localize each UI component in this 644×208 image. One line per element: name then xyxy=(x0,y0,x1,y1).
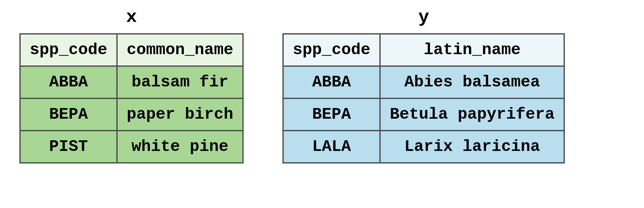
table-y-block: y spp_code latin_name ABBA Abies balsame… xyxy=(282,6,565,163)
table-row: ABBA Abies balsamea xyxy=(283,66,564,98)
table-y-header-spp-code: spp_code xyxy=(283,34,380,66)
table-y-cell-latin-name: Betula papyrifera xyxy=(380,98,564,131)
table-y-cell-spp-code: BEPA xyxy=(283,98,380,131)
table-x-cell-common-name: paper birch xyxy=(117,98,243,131)
table-x-block: x spp_code common_name ABBA balsam fir B… xyxy=(19,6,244,163)
table-y-header-latin-name: latin_name xyxy=(380,34,564,66)
table-row: ABBA balsam fir xyxy=(20,66,243,98)
table-row: BEPA Betula papyrifera xyxy=(283,98,564,131)
table-y-cell-spp-code: LALA xyxy=(283,131,380,163)
table-y-header-row: spp_code latin_name xyxy=(283,34,564,66)
table-x-title: x xyxy=(126,6,137,28)
table-row: PIST white pine xyxy=(20,131,243,163)
tables-container: x spp_code common_name ABBA balsam fir B… xyxy=(0,0,644,163)
table-x-cell-spp-code: BEPA xyxy=(20,98,117,131)
table-x-cell-common-name: balsam fir xyxy=(117,66,243,98)
table-x-cell-spp-code: ABBA xyxy=(20,66,117,98)
table-y-cell-latin-name: Abies balsamea xyxy=(380,66,564,98)
table-x-cell-common-name: white pine xyxy=(117,131,243,163)
table-x-header-row: spp_code common_name xyxy=(20,34,243,66)
table-row: LALA Larix laricina xyxy=(283,131,564,163)
table-y: spp_code latin_name ABBA Abies balsamea … xyxy=(282,33,565,163)
table-x-cell-spp-code: PIST xyxy=(20,131,117,163)
table-y-cell-spp-code: ABBA xyxy=(283,66,380,98)
table-x-header-common-name: common_name xyxy=(117,34,243,66)
table-y-cell-latin-name: Larix laricina xyxy=(380,131,564,163)
table-y-title: y xyxy=(418,6,429,28)
table-x-header-spp-code: spp_code xyxy=(20,34,117,66)
table-x: spp_code common_name ABBA balsam fir BEP… xyxy=(19,33,244,163)
table-row: BEPA paper birch xyxy=(20,98,243,131)
